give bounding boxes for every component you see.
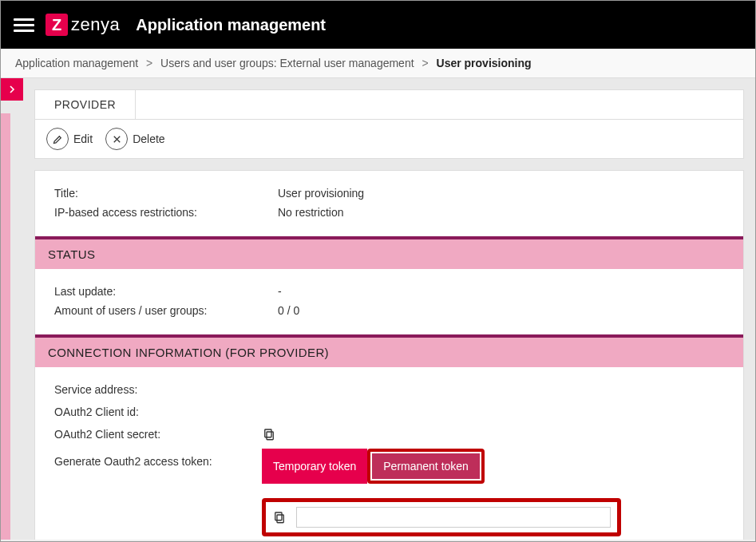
user-count-value: 0 / 0	[278, 304, 724, 317]
title-label: Title:	[54, 187, 278, 200]
client-secret-label: OAuth2 Client secret:	[54, 428, 262, 441]
connection-heading: CONNECTION INFORMATION (FOR PROVIDER)	[35, 334, 743, 367]
expand-sidebar-button[interactable]	[1, 78, 23, 101]
service-address-label: Service address:	[54, 383, 262, 396]
generate-token-label: Generate Oauth2 access token:	[54, 449, 262, 468]
copy-icon	[262, 427, 276, 441]
token-button-group: Temporary token Permanent token	[262, 449, 485, 484]
delete-button[interactable]: Delete	[105, 128, 164, 150]
last-update-label: Last update:	[54, 285, 278, 298]
user-count-label: Amount of users / user groups:	[54, 304, 278, 317]
page-title: Application management	[136, 16, 326, 34]
svg-rect-1	[265, 429, 271, 437]
permanent-token-highlight: Permanent token	[367, 449, 485, 484]
details-panel: Title: User provisioning IP-based access…	[34, 170, 744, 540]
brand-logo[interactable]: Z zenya	[46, 14, 120, 36]
brand-name: zenya	[71, 14, 120, 35]
tab-provider[interactable]: PROVIDER	[35, 90, 136, 119]
ip-label: IP-based access restrictions:	[54, 206, 278, 219]
client-id-label: OAuth2 Client id:	[54, 406, 262, 418]
breadcrumb-sep: >	[146, 57, 152, 69]
token-output-highlight	[262, 498, 621, 536]
top-bar: Z zenya Application management	[1, 1, 755, 49]
breadcrumb-sep: >	[422, 57, 428, 69]
last-update-value: -	[278, 285, 724, 298]
pencil-icon	[46, 128, 69, 150]
side-gutter	[1, 78, 23, 540]
temporary-token-button[interactable]: Temporary token	[262, 449, 367, 484]
x-icon	[105, 128, 128, 150]
breadcrumb-current: User provisioning	[437, 57, 532, 69]
copy-secret-button[interactable]	[262, 427, 276, 441]
status-heading: STATUS	[35, 236, 743, 269]
svg-rect-0	[267, 432, 273, 440]
status-grid: Last update: - Amount of users / user gr…	[35, 269, 743, 334]
breadcrumb-link-users[interactable]: Users and user groups: External user man…	[160, 57, 414, 69]
delete-label: Delete	[133, 133, 164, 145]
svg-rect-2	[277, 515, 283, 523]
tab-row: PROVIDER	[35, 90, 743, 120]
copy-icon	[272, 510, 287, 524]
logo-mark-icon: Z	[46, 14, 68, 36]
token-output-field[interactable]	[296, 507, 611, 528]
toolbar: Edit Delete	[35, 120, 743, 158]
provider-panel: PROVIDER Edit Delete	[34, 89, 744, 159]
ip-value: No restriction	[278, 206, 724, 219]
breadcrumb: Application management > Users and user …	[1, 49, 755, 78]
breadcrumb-link-app-mgmt[interactable]: Application management	[15, 57, 138, 69]
menu-icon[interactable]	[14, 18, 34, 32]
permanent-token-button[interactable]: Permanent token	[372, 453, 480, 479]
details-grid: Title: User provisioning IP-based access…	[35, 171, 743, 236]
arrow-right-icon	[6, 83, 18, 96]
edit-label: Edit	[73, 133, 93, 145]
main-content: PROVIDER Edit Delete	[23, 78, 755, 540]
side-accent	[1, 113, 10, 540]
edit-button[interactable]: Edit	[46, 128, 93, 150]
connection-grid: Service address: OAuth2 Client id: OAuth…	[35, 367, 743, 540]
title-value: User provisioning	[278, 187, 724, 200]
copy-token-button[interactable]	[272, 510, 287, 524]
svg-rect-3	[275, 512, 282, 520]
